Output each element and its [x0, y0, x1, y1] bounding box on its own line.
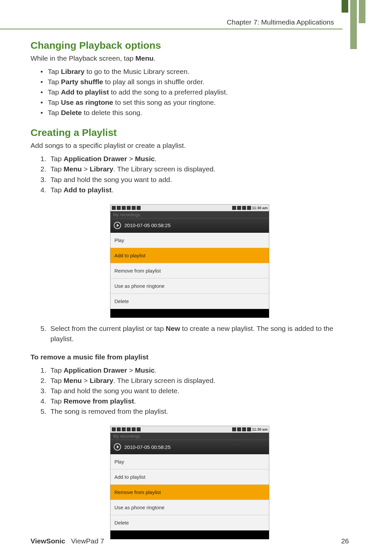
text-bold: New — [166, 325, 180, 332]
text: Select from the current playlist or tap — [50, 325, 166, 332]
text: Tap — [48, 109, 61, 116]
text: . — [154, 54, 156, 62]
status-left-icons — [112, 427, 141, 431]
ribbon-bar — [359, 0, 365, 23]
bt-icon — [127, 427, 131, 431]
text: While in the Playback screen, tap — [31, 54, 135, 62]
text: Tap — [48, 88, 61, 96]
list-item: Tap and hold the song you want to add. — [40, 174, 349, 185]
text-bold: Music — [135, 366, 155, 374]
brand-name: ViewSonic — [31, 537, 65, 545]
footer-left: ViewSonic ViewPad 7 — [31, 537, 104, 545]
list-item: Tap Add to playlist. — [40, 185, 349, 195]
clock-time: 11:30 am — [252, 206, 268, 210]
list-item: Tap Remove from playlist. — [40, 396, 349, 406]
text-bold: Delete — [61, 109, 82, 116]
text: . — [134, 397, 136, 405]
ribbon-bar — [350, 0, 357, 49]
list-item: Select from the current playlist or tap … — [40, 323, 349, 344]
status-right: 11:30 am — [232, 427, 268, 431]
track-title: 2010-07-05 00:58:25 — [124, 222, 170, 228]
chapter-label: Chapter 7: Multimedia Applications — [227, 18, 334, 26]
warning-icon — [112, 427, 116, 431]
page-footer: ViewSonic ViewPad 7 26 — [31, 537, 349, 545]
text: Tap and hold the song you want to add. — [50, 176, 172, 183]
heading-changing-playback: Changing Playback options — [31, 40, 349, 51]
mail-icon — [117, 206, 121, 210]
list-item: Tap Application Drawer > Music. — [40, 154, 349, 164]
context-menu-title: 2010-07-05 00:58:25 — [110, 218, 269, 233]
text: Tap — [50, 165, 64, 173]
text: The song is removed from the playlist. — [50, 407, 168, 415]
signal-icon — [232, 427, 236, 431]
menu-item-play[interactable]: Play — [110, 233, 269, 248]
signal-icon — [237, 206, 241, 210]
text: to add the song to a preferred playlist. — [109, 88, 228, 96]
text: to delete this song. — [82, 109, 142, 116]
screenshot-remove-from-playlist: 11:30 am My recordings 2010-07-05 00:58:… — [110, 426, 269, 539]
text: . — [155, 366, 157, 374]
text: . — [155, 155, 157, 162]
intro-text: Add songs to a specific playlist or crea… — [31, 142, 349, 150]
sd-icon — [122, 427, 126, 431]
text: Tap — [50, 397, 64, 405]
menu-item-remove-from-playlist[interactable]: Remove from playlist — [110, 485, 269, 500]
menu-item-use-as-ringtone[interactable]: Use as phone ringtone — [110, 278, 269, 294]
text: > — [82, 165, 90, 173]
battery-icon — [247, 427, 251, 431]
bt-icon — [127, 206, 131, 210]
list-item: Tap Menu > Library. The Library screen i… — [40, 375, 349, 386]
wifi-icon — [242, 427, 246, 431]
text-bold: Menu — [135, 54, 154, 62]
text: Tap — [50, 366, 64, 374]
sd-icon — [122, 206, 126, 210]
text: Tap — [50, 186, 64, 194]
list-item: Tap Delete to delete this song. — [40, 107, 349, 118]
play-circle-icon — [114, 443, 121, 451]
ordered-steps: Tap Application Drawer > Music. Tap Menu… — [31, 365, 349, 416]
list-item: The song is removed from the playlist. — [40, 406, 349, 416]
status-left-icons — [112, 206, 141, 210]
text-bold: Menu — [64, 377, 82, 384]
signal-icon — [237, 427, 241, 431]
text-bold: Add to playlist — [61, 88, 109, 96]
text: > — [127, 366, 135, 374]
text: . — [111, 186, 113, 194]
list-item: Tap Add to playlist to add the song to a… — [40, 87, 349, 97]
subheading-remove-from-playlist: To remove a music file from playlist — [31, 353, 349, 361]
text: > — [127, 155, 135, 162]
status-right: 11:30 am — [232, 206, 268, 210]
screenshot-footer-black — [110, 309, 269, 318]
menu-item-delete[interactable]: Delete — [110, 515, 269, 530]
list-item: Tap Menu > Library. The Library screen i… — [40, 164, 349, 174]
menu-item-remove-from-playlist[interactable]: Remove from playlist — [110, 263, 269, 278]
menu-item-add-to-playlist[interactable]: Add to playlist — [110, 248, 269, 263]
warning-icon — [112, 206, 116, 210]
heading-creating-playlist: Creating a Playlist — [31, 127, 349, 138]
menu-item-use-as-ringtone[interactable]: Use as phone ringtone — [110, 500, 269, 515]
screenshot-add-to-playlist: 11:30 am My recordings 2010-07-05 00:58:… — [110, 204, 269, 318]
android-status-bar: 11:30 am — [110, 426, 269, 433]
list-item: Tap Application Drawer > Music. — [40, 365, 349, 375]
warning-icon — [132, 427, 136, 431]
text: Tap and hold the song you want to delete… — [50, 387, 179, 395]
text: Tap — [48, 98, 61, 106]
text-bold: Application Drawer — [64, 366, 127, 374]
list-item: Tap Use as ringtone to set this song as … — [40, 97, 349, 107]
menu-item-delete[interactable]: Delete — [110, 294, 269, 309]
text: to set this song as your ringtone. — [113, 98, 216, 106]
text: . The Library screen is displayed. — [113, 377, 216, 384]
battery-icon — [247, 206, 251, 210]
text-bold: Library — [90, 377, 113, 384]
tab-bar: My recordings — [110, 211, 269, 218]
warning-icon — [132, 206, 136, 210]
text-bold: Party shuffle — [61, 78, 103, 86]
text-bold: Application Drawer — [64, 155, 127, 162]
text-bold: Remove from playlist — [64, 397, 134, 405]
menu-item-add-to-playlist[interactable]: Add to playlist — [110, 469, 269, 485]
play-circle-icon — [114, 222, 121, 229]
top-rule — [0, 29, 343, 30]
tab-bar: My recordings — [110, 433, 269, 440]
android-status-bar: 11:30 am — [110, 205, 269, 211]
menu-item-play[interactable]: Play — [110, 454, 269, 469]
